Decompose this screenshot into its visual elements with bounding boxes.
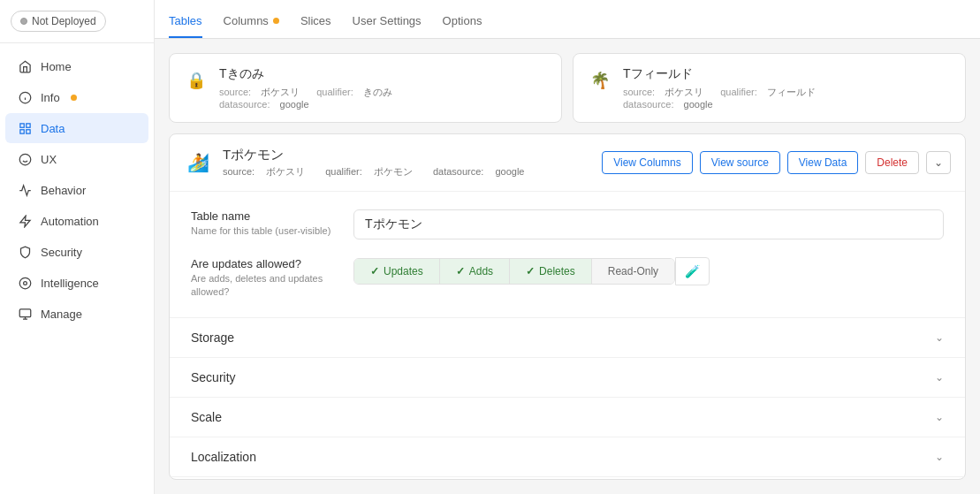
documentation-header[interactable]: Documentation ⌄ bbox=[170, 477, 965, 480]
security-section: Security ⌄ bbox=[170, 357, 965, 397]
scale-title: Scale bbox=[191, 410, 222, 424]
not-deployed-label: Not Deployed bbox=[32, 15, 96, 27]
detail-icon: 🏄 bbox=[184, 148, 212, 177]
localization-header[interactable]: Localization ⌄ bbox=[170, 437, 965, 476]
storage-section: Storage ⌄ bbox=[170, 317, 965, 357]
updates-allowed-sublabel: Are adds, deletes and updates allowed? bbox=[191, 272, 332, 300]
expand-button[interactable]: ⌄ bbox=[926, 151, 951, 174]
sidebar: Not Deployed Home Info Data bbox=[0, 0, 155, 494]
scale-chevron: ⌄ bbox=[935, 411, 944, 423]
content-area: 🔒 Tきのみ source: ボケスリ qualifier: きのみ datas… bbox=[155, 39, 980, 494]
tab-tables[interactable]: Tables bbox=[169, 5, 202, 38]
status-dot bbox=[20, 18, 27, 25]
manage-icon bbox=[18, 307, 32, 321]
svg-rect-3 bbox=[19, 123, 23, 126]
kinoami-datasource: datasource: google bbox=[219, 99, 406, 110]
sidebar-item-ux[interactable]: UX bbox=[5, 144, 148, 174]
tab-slices[interactable]: Slices bbox=[300, 5, 331, 38]
storage-header[interactable]: Storage ⌄ bbox=[170, 318, 965, 357]
delete-button[interactable]: Delete bbox=[865, 151, 919, 174]
field-datasource: datasource: google bbox=[623, 99, 830, 110]
automation-icon bbox=[18, 214, 32, 228]
localization-title: Localization bbox=[191, 450, 256, 464]
field-meta: source: ボケスリ qualifier: フィールド bbox=[623, 86, 830, 99]
data-icon bbox=[18, 121, 32, 135]
table-card-field[interactable]: 🌴 Tフィールド source: ボケスリ qualifier: フィールド d… bbox=[573, 53, 966, 123]
collapsible-sections: Storage ⌄ Security ⌄ Scale ⌄ bbox=[170, 317, 965, 480]
detail-info: Tポケモン source: ボケスリ qualifier: ポケモン datas… bbox=[223, 147, 591, 179]
info-icon bbox=[18, 90, 32, 104]
view-data-button[interactable]: View Data bbox=[787, 151, 858, 174]
table-name-row: Table name Name for this table (user-vis… bbox=[191, 209, 944, 239]
tab-columns[interactable]: Columns bbox=[224, 5, 279, 38]
deletes-toggle[interactable]: ✓ Deletes bbox=[510, 259, 592, 284]
table-detail-header: 🏄 Tポケモン source: ボケスリ qualifier: ポケモン dat… bbox=[170, 134, 965, 192]
updates-toggle[interactable]: ✓ Updates bbox=[354, 259, 440, 284]
info-badge bbox=[71, 95, 77, 101]
sidebar-item-info[interactable]: Info bbox=[5, 82, 148, 112]
table-name-label: Table name bbox=[191, 209, 332, 223]
sidebar-item-manage-label: Manage bbox=[41, 308, 82, 321]
updates-allowed-value: ✓ Updates ✓ Adds ✓ Deletes bbox=[353, 257, 944, 285]
storage-chevron: ⌄ bbox=[935, 331, 944, 344]
sidebar-item-behavior-label: Behavior bbox=[41, 184, 86, 197]
detail-title: Tポケモン bbox=[223, 147, 591, 163]
security-icon bbox=[18, 245, 32, 259]
security-header[interactable]: Security ⌄ bbox=[170, 358, 965, 397]
main-content: Tables Columns Slices User Settings Opti… bbox=[155, 0, 980, 494]
sidebar-item-manage[interactable]: Manage bbox=[5, 299, 148, 329]
security-title: Security bbox=[191, 370, 236, 384]
svg-point-7 bbox=[19, 154, 31, 165]
sidebar-item-ux-label: UX bbox=[41, 153, 57, 166]
svg-rect-6 bbox=[26, 129, 29, 133]
table-name-input[interactable] bbox=[353, 209, 944, 239]
kinoami-icon: 🔒 bbox=[184, 68, 209, 93]
svg-rect-13 bbox=[19, 308, 31, 316]
kinoami-meta: source: ボケスリ qualifier: きのみ bbox=[219, 86, 406, 99]
home-icon bbox=[18, 59, 32, 73]
sidebar-item-intelligence-label: Intelligence bbox=[41, 277, 99, 290]
field-title: Tフィールド bbox=[623, 66, 830, 82]
tab-options[interactable]: Options bbox=[443, 5, 482, 38]
header-actions: View Columns View source View Data Delet… bbox=[602, 151, 951, 174]
behavior-icon bbox=[18, 183, 32, 197]
ux-icon bbox=[18, 152, 32, 166]
sidebar-item-intelligence[interactable]: Intelligence bbox=[5, 268, 148, 298]
sidebar-item-info-label: Info bbox=[41, 91, 60, 104]
sidebar-item-automation-label: Automation bbox=[41, 215, 99, 228]
sidebar-item-home[interactable]: Home bbox=[5, 51, 148, 81]
updates-allowed-row: Are updates allowed? Are adds, deletes a… bbox=[191, 257, 944, 300]
table-card-kinoami[interactable]: 🔒 Tきのみ source: ボケスリ qualifier: きのみ datas… bbox=[169, 53, 562, 123]
sidebar-item-automation[interactable]: Automation bbox=[5, 206, 148, 236]
sidebar-item-data[interactable]: Data bbox=[5, 113, 148, 143]
tabs-bar: Tables Columns Slices User Settings Opti… bbox=[155, 0, 980, 39]
svg-point-11 bbox=[23, 281, 27, 285]
table-name-sublabel: Name for this table (user-visible) bbox=[191, 224, 332, 238]
field-icon: 🌴 bbox=[588, 68, 612, 93]
updates-allowed-label: Are updates allowed? bbox=[191, 257, 332, 270]
updates-allowed-label-group: Are updates allowed? Are adds, deletes a… bbox=[191, 257, 332, 300]
test-button[interactable]: 🧪 bbox=[675, 257, 710, 285]
table-body: Table name Name for this table (user-vis… bbox=[170, 192, 965, 317]
field-content: Tフィールド source: ボケスリ qualifier: フィールド dat… bbox=[623, 66, 830, 110]
view-source-button[interactable]: View source bbox=[700, 151, 780, 174]
tab-user-settings[interactable]: User Settings bbox=[353, 5, 422, 38]
svg-rect-5 bbox=[19, 129, 23, 133]
columns-tab-badge bbox=[273, 18, 279, 24]
table-detail: 🏄 Tポケモン source: ボケスリ qualifier: ポケモン dat… bbox=[169, 133, 966, 480]
kinoami-title: Tきのみ bbox=[219, 66, 406, 82]
sidebar-item-behavior[interactable]: Behavior bbox=[5, 175, 148, 205]
storage-title: Storage bbox=[191, 331, 234, 345]
sidebar-item-security-label: Security bbox=[41, 246, 82, 259]
adds-toggle[interactable]: ✓ Adds bbox=[440, 259, 510, 284]
readonly-toggle[interactable]: Read-Only bbox=[592, 259, 674, 284]
sidebar-item-security[interactable]: Security bbox=[5, 237, 148, 267]
not-deployed-badge[interactable]: Not Deployed bbox=[11, 11, 106, 32]
table-cards-row: 🔒 Tきのみ source: ボケスリ qualifier: きのみ datas… bbox=[169, 53, 966, 123]
scale-header[interactable]: Scale ⌄ bbox=[170, 398, 965, 437]
localization-section: Localization ⌄ bbox=[170, 437, 965, 476]
view-columns-button[interactable]: View Columns bbox=[602, 151, 692, 174]
svg-point-12 bbox=[19, 277, 31, 289]
sidebar-top: Not Deployed bbox=[0, 0, 154, 43]
documentation-section: Documentation ⌄ bbox=[170, 476, 965, 480]
